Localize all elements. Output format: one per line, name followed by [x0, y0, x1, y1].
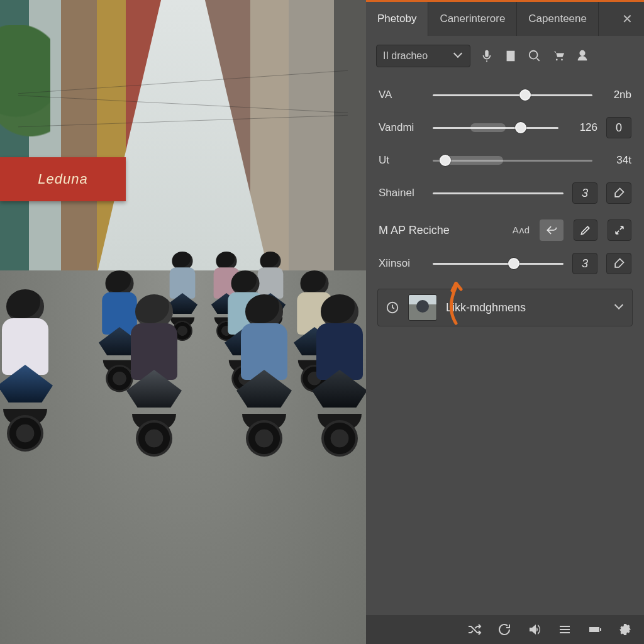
slider-label: Shainel	[379, 187, 424, 199]
preset-dropdown[interactable]: II dracheo	[376, 45, 470, 67]
canvas-riders	[0, 264, 366, 644]
battery-icon[interactable]	[587, 622, 602, 637]
map-reciche-section: M AP Reciche Aʌd	[366, 209, 644, 245]
slider-value: 2nb	[601, 89, 631, 101]
slider-label: Xiinsoi	[379, 257, 424, 270]
expand-arrows-icon	[613, 224, 626, 236]
slider-row-vandmi: Vandmi 126 0	[379, 111, 631, 144]
mic-icon[interactable]	[479, 48, 494, 64]
slider-label: Vandmi	[379, 121, 424, 134]
section-title: M AP Reciche	[379, 224, 450, 237]
vandmi-aux-field[interactable]: 0	[606, 117, 631, 138]
tab-canerinterore[interactable]: Canerinterore	[428, 2, 517, 36]
tab-label: Phetoby	[377, 13, 416, 25]
return-arrow-icon	[545, 224, 558, 236]
editor-canvas[interactable]: Leduna	[0, 0, 366, 644]
close-panel-button[interactable]: ✕	[611, 2, 644, 36]
slider-label: VA	[379, 89, 424, 101]
cart-icon[interactable]	[551, 48, 566, 64]
layer-dropdown[interactable]: Likk-mdghmens	[377, 289, 633, 326]
close-icon: ✕	[622, 11, 633, 26]
pencil-icon	[579, 224, 592, 236]
slider-row-ut: Ut 34t	[379, 144, 631, 177]
tab-label: Canerinterore	[440, 13, 505, 25]
notes-icon[interactable]	[503, 48, 518, 64]
slider-value: 126	[567, 121, 597, 134]
slider-row-shainel: Shainel 3	[379, 177, 631, 209]
expand-button[interactable]	[608, 219, 631, 241]
xiinsoi-value-field[interactable]: 3	[572, 253, 597, 274]
brush-icon	[613, 257, 625, 270]
volume-icon[interactable]	[527, 622, 542, 637]
xiinsoi-brush-button[interactable]	[606, 253, 631, 274]
gear-icon[interactable]	[618, 622, 633, 637]
panel-tabs: Phetoby Canerinterore Capenteene ✕	[366, 2, 644, 36]
refresh-icon[interactable]	[497, 622, 512, 637]
xiinsoi-slider[interactable]	[433, 256, 564, 271]
shuffle-icon[interactable]	[467, 622, 482, 637]
slider-label: Ut	[379, 154, 424, 167]
chevron-down-icon	[455, 52, 464, 60]
tab-label: Capenteene	[528, 13, 587, 25]
slider-row-va: VA 2nb	[379, 79, 631, 111]
dropdown-label: II dracheo	[383, 50, 428, 62]
tab-phetoby[interactable]: Phetoby	[366, 2, 428, 36]
va-slider[interactable]	[433, 87, 592, 103]
profile-icon[interactable]	[575, 48, 590, 64]
chevron-down-icon	[616, 303, 625, 312]
slider-row-xiinsoi: Xiinsoi 3	[379, 247, 631, 280]
slider-value: 34t	[601, 154, 631, 167]
edit-button[interactable]	[574, 219, 597, 241]
properties-panel: Phetoby Canerinterore Capenteene ✕ II dr…	[366, 0, 644, 644]
brush-icon	[613, 187, 625, 199]
return-button[interactable]	[540, 219, 564, 241]
history-icon	[386, 301, 399, 314]
search-icon[interactable]	[527, 48, 542, 64]
shainel-brush-button[interactable]	[606, 182, 631, 204]
canvas-shop-sign: Leduna	[0, 157, 126, 201]
shainel-slider[interactable]	[433, 186, 564, 201]
layer-label: Likk-mdghmens	[446, 301, 607, 314]
tab-capenteene[interactable]: Capenteene	[517, 2, 599, 36]
shainel-value-field[interactable]: 3	[572, 182, 597, 204]
list-icon[interactable]	[557, 622, 572, 637]
ut-slider[interactable]	[433, 153, 592, 168]
section-tag: Aʌd	[513, 225, 530, 236]
layer-thumbnail	[408, 294, 437, 321]
panel-toolbar: II dracheo	[366, 36, 644, 76]
status-bar	[366, 615, 644, 644]
vandmi-slider[interactable]	[433, 120, 558, 135]
